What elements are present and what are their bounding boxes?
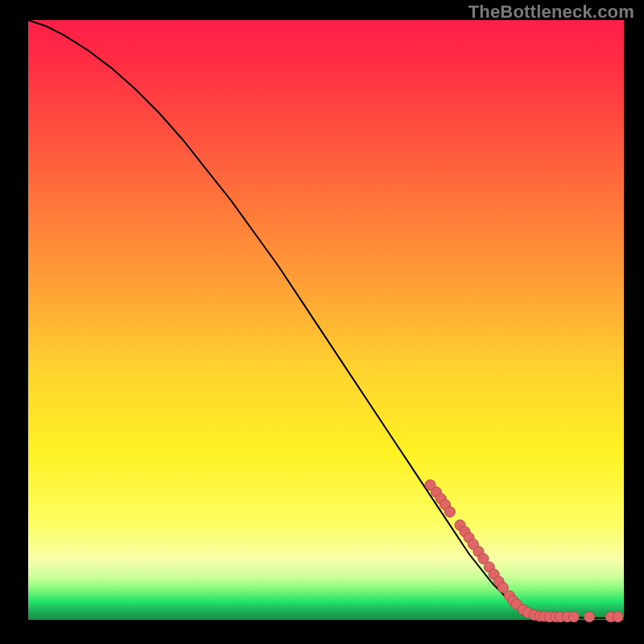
scatter-dots <box>425 480 623 622</box>
main-curve <box>28 20 624 618</box>
plot-area <box>28 20 624 620</box>
chart-frame: TheBottleneck.com <box>0 0 644 644</box>
scatter-dot <box>584 612 595 622</box>
chart-svg <box>28 20 624 620</box>
scatter-dot <box>444 506 455 517</box>
scatter-dot <box>568 612 579 622</box>
scatter-dot <box>613 612 623 622</box>
